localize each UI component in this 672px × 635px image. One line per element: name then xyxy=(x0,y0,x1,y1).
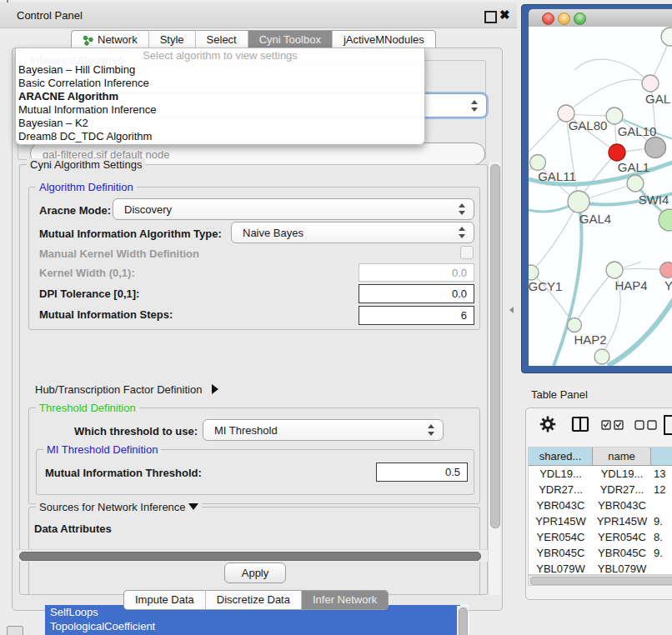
network-window-titlebar[interactable] xyxy=(529,9,672,28)
threshold-definition-group: Threshold Definition Which threshold to … xyxy=(28,408,480,504)
hub-definition-label: Hub/Transcription Factor Definition xyxy=(35,383,202,396)
dpi-tolerance-field[interactable]: 0.0 xyxy=(359,284,474,303)
settings-horizontal-scrollbar[interactable] xyxy=(16,549,488,562)
table-row[interactable]: YDR27...YDR27...12 xyxy=(529,482,672,498)
select-all-icon[interactable] xyxy=(601,419,624,431)
hub-definition-section[interactable]: Hub/Transcription Factor Definition xyxy=(35,383,218,396)
mi-algorithm-type-label: Mutual Information Algorithm Type: xyxy=(39,228,222,240)
network-node[interactable] xyxy=(627,175,644,192)
settings-vertical-scrollbar[interactable] xyxy=(488,162,500,595)
chevron-updown-icon xyxy=(459,227,466,238)
manual-kernel-width-label: Manual Kernel Width Definition xyxy=(39,248,199,260)
popup-item[interactable]: Basic Correlation Inference xyxy=(16,77,424,90)
tab-label: Style xyxy=(160,31,184,49)
node-label: Y xyxy=(664,278,672,292)
which-threshold-combo[interactable]: MI Threshold xyxy=(203,419,444,441)
chevron-updown-icon xyxy=(428,424,435,436)
network-node[interactable] xyxy=(530,155,546,171)
table-row[interactable]: YDL19...YDL19...13 xyxy=(529,466,672,482)
function-builder-icon[interactable] xyxy=(663,414,672,436)
collapse-down-icon[interactable] xyxy=(188,503,198,510)
list-item[interactable]: TopologicalCoefficient xyxy=(45,619,460,633)
popup-item-selected[interactable]: ARACNE Algorithm xyxy=(16,90,424,103)
control-panel-title: Control Panel xyxy=(17,9,83,22)
mi-threshold-label: Mutual Information Threshold: xyxy=(45,467,202,479)
table-row[interactable]: YER054CYER054C8. xyxy=(529,529,672,545)
network-node[interactable] xyxy=(606,108,623,124)
chevron-updown-icon xyxy=(459,203,466,215)
column-header-name[interactable]: name xyxy=(593,448,651,466)
popup-item[interactable]: Mutual Information Inference xyxy=(16,103,424,117)
tab-label: jActiveMNodules xyxy=(344,31,424,49)
table-row[interactable]: YPR145WYPR145W9. xyxy=(529,513,672,529)
node-label: GAL11 xyxy=(538,169,576,183)
minimize-traffic-light-icon[interactable] xyxy=(558,12,570,25)
table-row[interactable]: YBR043CYBR043C xyxy=(529,498,672,513)
network-node[interactable] xyxy=(606,262,623,278)
mi-threshold-field[interactable]: 0.5 xyxy=(376,462,468,482)
network-node[interactable] xyxy=(594,349,609,364)
close-icon[interactable]: ✖ xyxy=(499,8,510,22)
kernel-width-value: 0.0 xyxy=(452,267,467,279)
node-label: GAL4 xyxy=(579,212,611,226)
mi-steps-label: Mutual Information Steps: xyxy=(39,308,173,321)
table-horizontal-scrollbar[interactable] xyxy=(528,575,672,586)
mi-algorithm-type-combo[interactable]: Naive Bayes xyxy=(231,222,474,243)
table-row[interactable]: YBL079WYBL079W xyxy=(529,561,672,575)
aracne-mode-combo[interactable]: Discovery xyxy=(113,198,474,220)
network-node[interactable] xyxy=(568,318,582,332)
node-label: GAL1 xyxy=(618,160,649,174)
network-node[interactable] xyxy=(529,265,539,280)
popup-placeholder: Select algorithm to view settings xyxy=(16,48,424,63)
node-table: shared... name YDL19...YDL19...13 YDR27.… xyxy=(528,447,672,575)
popup-item[interactable]: Bayesian – K2 xyxy=(16,117,424,130)
cyni-algorithm-settings-group: Cyni Algorithm Settings Algorithm Defini… xyxy=(19,164,488,595)
expand-right-icon[interactable] xyxy=(212,384,218,394)
apply-button[interactable]: Apply xyxy=(224,562,286,583)
network-node-highlighted[interactable] xyxy=(609,144,625,161)
network-node[interactable] xyxy=(645,138,666,158)
tab-discretize-data[interactable]: Discretize Data xyxy=(206,590,302,610)
network-node[interactable] xyxy=(661,28,672,46)
manual-kernel-width-checkbox[interactable] xyxy=(460,246,474,259)
chevron-updown-icon xyxy=(471,100,479,112)
network-node[interactable] xyxy=(660,262,672,278)
network-canvas[interactable]: GAL GAL80 GAL10 GAL1 GAL11 SWI4 GAL4 GCY… xyxy=(529,27,672,366)
gear-icon[interactable] xyxy=(539,415,556,433)
aracne-mode-value: Discovery xyxy=(124,203,172,216)
zoom-traffic-light-icon[interactable] xyxy=(574,12,586,25)
dpi-tolerance-label: DPI Tolerance [0,1]: xyxy=(39,288,139,300)
mi-threshold-group-title: MI Threshold Definition xyxy=(43,443,161,456)
tab-infer-network[interactable]: Infer Network xyxy=(302,590,389,610)
float-window-icon[interactable] xyxy=(484,11,497,23)
which-threshold-value: MI Threshold xyxy=(214,424,278,437)
network-node[interactable] xyxy=(642,75,659,92)
close-traffic-light-icon[interactable] xyxy=(542,12,554,25)
tab-impute-data[interactable]: Impute Data xyxy=(123,590,206,610)
sources-group-title: Sources for Network Inference xyxy=(36,501,202,513)
popup-item[interactable]: Bayesian – Hill Climbing xyxy=(16,63,424,77)
cyni-algorithm-settings-title: Cyni Algorithm Settings xyxy=(27,158,145,171)
table-row[interactable]: YBR045CYBR045C9. xyxy=(529,545,672,561)
column-header-partial[interactable] xyxy=(651,448,672,466)
network-node[interactable] xyxy=(568,191,589,212)
network-graph: GAL GAL80 GAL10 GAL1 GAL11 SWI4 GAL4 GCY… xyxy=(529,27,672,366)
column-selector-icon[interactable] xyxy=(571,416,589,432)
split-pane-collapse-icon[interactable] xyxy=(509,307,514,313)
algorithm-dropdown-popup: Select algorithm to view settings Bayesi… xyxy=(15,48,425,145)
network-view-window[interactable]: GAL GAL80 GAL10 GAL1 GAL11 SWI4 GAL4 GCY… xyxy=(521,4,672,373)
mi-steps-field[interactable]: 6 xyxy=(359,306,474,325)
minimized-panel-icon[interactable] xyxy=(7,626,23,635)
network-tab-icon xyxy=(83,35,93,46)
kernel-width-field[interactable]: 0.0 xyxy=(359,263,474,282)
popup-item[interactable]: Dream8 DC_TDC Algorithm xyxy=(16,130,424,143)
dpi-tolerance-value: 0.0 xyxy=(452,288,467,300)
network-node[interactable] xyxy=(659,209,672,231)
table-panel-title: Table Panel xyxy=(531,388,588,401)
column-header-shared-name[interactable]: shared... xyxy=(529,448,593,466)
algorithm-definition-title: Algorithm Definition xyxy=(36,181,137,193)
mi-threshold-group: MI Threshold Definition Mutual Informati… xyxy=(36,449,474,495)
deselect-all-icon[interactable] xyxy=(634,419,658,431)
list-scrollbar[interactable] xyxy=(457,606,468,635)
bottom-tabs: Impute Data Discretize Data Infer Networ… xyxy=(123,590,389,610)
